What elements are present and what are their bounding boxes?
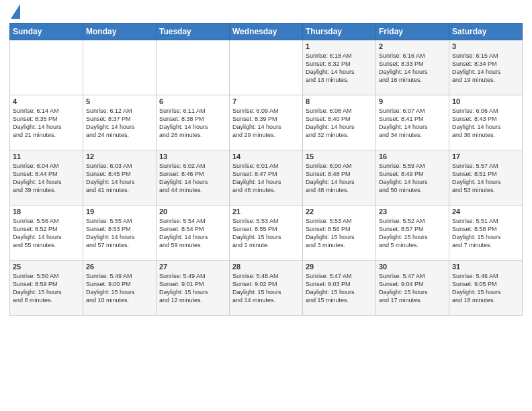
day-number: 21 [232,208,300,216]
calendar-week-3: 11Sunrise: 6:04 AM Sunset: 8:44 PM Dayli… [10,150,523,205]
calendar-cell: 18Sunrise: 5:56 AM Sunset: 8:52 PM Dayli… [10,205,83,261]
day-number: 8 [306,97,373,105]
day-info: Sunrise: 6:01 AM Sunset: 8:47 PM Dayligh… [232,162,300,195]
calendar-header-thursday: Thursday [303,24,376,40]
day-info: Sunrise: 6:14 AM Sunset: 8:35 PM Dayligh… [13,107,80,140]
header [9,7,523,19]
day-info: Sunrise: 5:48 AM Sunset: 9:02 PM Dayligh… [232,272,300,305]
day-number: 10 [452,97,519,105]
calendar-cell: 7Sunrise: 6:09 AM Sunset: 8:39 PM Daylig… [230,95,303,150]
calendar-cell: 11Sunrise: 6:04 AM Sunset: 8:44 PM Dayli… [10,150,83,205]
calendar-cell: 29Sunrise: 5:47 AM Sunset: 9:03 PM Dayli… [303,261,376,316]
calendar-cell: 3Sunrise: 6:15 AM Sunset: 8:34 PM Daylig… [449,40,523,95]
day-number: 4 [13,97,80,105]
day-number: 25 [13,263,80,271]
calendar-cell: 24Sunrise: 5:51 AM Sunset: 8:58 PM Dayli… [449,205,523,261]
calendar-header-sunday: Sunday [10,24,83,40]
day-info: Sunrise: 5:46 AM Sunset: 9:05 PM Dayligh… [452,272,519,305]
calendar-cell: 25Sunrise: 5:50 AM Sunset: 8:59 PM Dayli… [10,261,83,316]
calendar-week-5: 25Sunrise: 5:50 AM Sunset: 8:59 PM Dayli… [10,261,523,316]
day-info: Sunrise: 5:59 AM Sunset: 8:49 PM Dayligh… [379,162,446,195]
day-info: Sunrise: 5:47 AM Sunset: 9:03 PM Dayligh… [306,272,373,305]
calendar-cell [230,40,303,95]
day-info: Sunrise: 5:57 AM Sunset: 8:51 PM Dayligh… [452,162,519,195]
calendar-header-saturday: Saturday [449,24,523,40]
day-info: Sunrise: 6:03 AM Sunset: 8:45 PM Dayligh… [86,162,153,195]
day-info: Sunrise: 5:53 AM Sunset: 8:56 PM Dayligh… [306,217,373,250]
calendar-cell: 5Sunrise: 6:12 AM Sunset: 8:37 PM Daylig… [83,95,157,150]
calendar-header-wednesday: Wednesday [230,24,303,40]
day-info: Sunrise: 6:00 AM Sunset: 8:48 PM Dayligh… [306,162,373,195]
day-number: 2 [379,42,446,50]
day-info: Sunrise: 6:12 AM Sunset: 8:37 PM Dayligh… [86,107,153,140]
calendar-cell: 26Sunrise: 5:49 AM Sunset: 9:00 PM Dayli… [83,261,157,316]
day-info: Sunrise: 5:55 AM Sunset: 8:53 PM Dayligh… [86,217,153,250]
day-number: 19 [86,208,153,216]
day-number: 28 [232,263,300,271]
day-info: Sunrise: 6:07 AM Sunset: 8:41 PM Dayligh… [379,107,446,140]
day-number: 13 [159,152,226,161]
day-info: Sunrise: 5:52 AM Sunset: 8:57 PM Dayligh… [379,217,446,250]
day-number: 11 [13,152,80,161]
calendar-cell: 2Sunrise: 6:16 AM Sunset: 8:33 PM Daylig… [376,40,449,95]
calendar-cell: 23Sunrise: 5:52 AM Sunset: 8:57 PM Dayli… [376,205,449,261]
calendar-cell: 15Sunrise: 6:00 AM Sunset: 8:48 PM Dayli… [303,150,376,205]
day-number: 23 [379,208,446,216]
calendar-week-2: 4Sunrise: 6:14 AM Sunset: 8:35 PM Daylig… [10,95,523,150]
day-number: 20 [159,208,226,216]
calendar-cell: 20Sunrise: 5:54 AM Sunset: 8:54 PM Dayli… [157,205,230,261]
day-number: 9 [379,97,446,105]
calendar-cell: 13Sunrise: 6:02 AM Sunset: 8:46 PM Dayli… [157,150,230,205]
day-number: 7 [232,97,300,105]
day-info: Sunrise: 6:18 AM Sunset: 8:32 PM Dayligh… [306,52,373,85]
calendar-cell: 12Sunrise: 6:03 AM Sunset: 8:45 PM Dayli… [83,150,157,205]
day-number: 24 [452,208,519,216]
calendar-cell: 4Sunrise: 6:14 AM Sunset: 8:35 PM Daylig… [10,95,83,150]
day-info: Sunrise: 6:16 AM Sunset: 8:33 PM Dayligh… [379,52,446,85]
logo [9,7,20,19]
day-number: 3 [452,42,519,50]
day-number: 15 [306,152,373,161]
day-number: 14 [232,152,300,161]
day-number: 16 [379,152,446,161]
day-number: 18 [13,208,80,216]
day-number: 5 [86,97,153,105]
calendar-cell [83,40,157,95]
calendar-cell: 22Sunrise: 5:53 AM Sunset: 8:56 PM Dayli… [303,205,376,261]
calendar-cell: 27Sunrise: 5:49 AM Sunset: 9:01 PM Dayli… [157,261,230,316]
calendar-cell: 16Sunrise: 5:59 AM Sunset: 8:49 PM Dayli… [376,150,449,205]
calendar-cell: 6Sunrise: 6:11 AM Sunset: 8:38 PM Daylig… [157,95,230,150]
calendar-cell: 10Sunrise: 6:06 AM Sunset: 8:43 PM Dayli… [449,95,523,150]
calendar-cell: 1Sunrise: 6:18 AM Sunset: 8:32 PM Daylig… [303,40,376,95]
day-number: 6 [159,97,226,105]
day-info: Sunrise: 6:11 AM Sunset: 8:38 PM Dayligh… [159,107,226,140]
day-info: Sunrise: 5:54 AM Sunset: 8:54 PM Dayligh… [159,217,226,250]
day-info: Sunrise: 5:56 AM Sunset: 8:52 PM Dayligh… [13,217,80,250]
day-info: Sunrise: 5:47 AM Sunset: 9:04 PM Dayligh… [379,272,446,305]
calendar-cell: 31Sunrise: 5:46 AM Sunset: 9:05 PM Dayli… [449,261,523,316]
calendar-cell [10,40,83,95]
day-number: 12 [86,152,153,161]
day-number: 26 [86,263,153,271]
calendar-cell: 8Sunrise: 6:08 AM Sunset: 8:40 PM Daylig… [303,95,376,150]
day-number: 17 [452,152,519,161]
calendar-cell: 30Sunrise: 5:47 AM Sunset: 9:04 PM Dayli… [376,261,449,316]
day-number: 29 [306,263,373,271]
calendar-cell: 14Sunrise: 6:01 AM Sunset: 8:47 PM Dayli… [230,150,303,205]
day-number: 22 [306,208,373,216]
day-info: Sunrise: 6:02 AM Sunset: 8:46 PM Dayligh… [159,162,226,195]
calendar-week-4: 18Sunrise: 5:56 AM Sunset: 8:52 PM Dayli… [10,205,523,261]
calendar-header-friday: Friday [376,24,449,40]
calendar-header-monday: Monday [83,24,157,40]
calendar-header-tuesday: Tuesday [157,24,230,40]
logo-triangle-icon [11,4,20,19]
calendar-cell: 28Sunrise: 5:48 AM Sunset: 9:02 PM Dayli… [230,261,303,316]
day-info: Sunrise: 6:08 AM Sunset: 8:40 PM Dayligh… [306,107,373,140]
day-info: Sunrise: 6:09 AM Sunset: 8:39 PM Dayligh… [232,107,300,140]
calendar-cell: 19Sunrise: 5:55 AM Sunset: 8:53 PM Dayli… [83,205,157,261]
calendar-cell: 21Sunrise: 5:53 AM Sunset: 8:55 PM Dayli… [230,205,303,261]
day-info: Sunrise: 5:51 AM Sunset: 8:58 PM Dayligh… [452,217,519,250]
calendar-cell: 9Sunrise: 6:07 AM Sunset: 8:41 PM Daylig… [376,95,449,150]
day-number: 31 [452,263,519,271]
day-info: Sunrise: 6:06 AM Sunset: 8:43 PM Dayligh… [452,107,519,140]
